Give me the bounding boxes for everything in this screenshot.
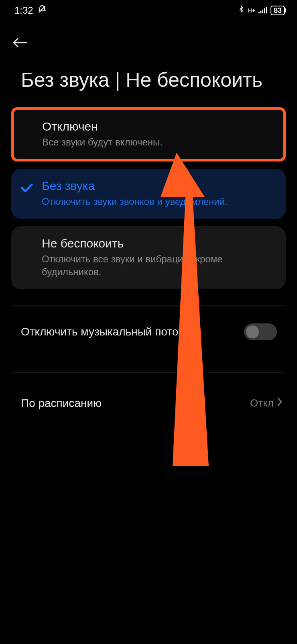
option-subtitle: Все звуки будут включены. — [42, 136, 273, 148]
header — [0, 21, 297, 52]
schedule-row[interactable]: По расписанию Откл — [0, 373, 297, 426]
mode-options: Отключен Все звуки будут включены. Без з… — [0, 100, 297, 289]
mute-icon — [37, 4, 47, 16]
option-title: Без звука — [42, 179, 275, 193]
battery-indicator: 83 — [271, 6, 285, 15]
option-subtitle: Отключить звуки звонков и уведомлений. — [42, 195, 275, 208]
bluetooth-icon — [238, 5, 245, 16]
check-icon — [21, 183, 33, 194]
page-title: Без звука | Не беспокоить — [0, 52, 297, 100]
network-type: H+ — [248, 8, 255, 13]
status-time: 1:32 — [14, 5, 33, 16]
svg-rect-3 — [262, 10, 263, 13]
schedule-label: По расписанию — [21, 397, 102, 410]
schedule-value: Откл — [250, 397, 274, 409]
svg-rect-2 — [260, 11, 262, 13]
option-subtitle: Отключить все звуки и вибрацию, кроме бу… — [42, 253, 275, 278]
signal-icon — [258, 5, 267, 16]
option-title: Не беспокоить — [42, 237, 275, 250]
status-bar: 1:32 H+ 83 — [0, 0, 297, 21]
arrow-left-icon — [12, 37, 28, 48]
svg-rect-5 — [266, 7, 267, 14]
option-off[interactable]: Отключен Все звуки будут включены. — [11, 107, 286, 162]
option-title: Отключен — [42, 120, 273, 133]
svg-rect-1 — [258, 12, 260, 14]
back-button[interactable] — [12, 33, 31, 52]
svg-rect-4 — [264, 8, 265, 13]
mute-music-row: Отключить музыкальный поток — [0, 306, 297, 356]
chevron-right-icon — [277, 397, 283, 409]
toggle-knob — [246, 325, 259, 338]
mute-music-toggle[interactable] — [244, 323, 277, 340]
option-dnd[interactable]: Не беспокоить Отключить все звуки и вибр… — [11, 226, 286, 289]
toggle-label: Отключить музыкальный поток — [21, 325, 183, 339]
option-silent[interactable]: Без звука Отключить звуки звонков и увед… — [11, 169, 286, 219]
